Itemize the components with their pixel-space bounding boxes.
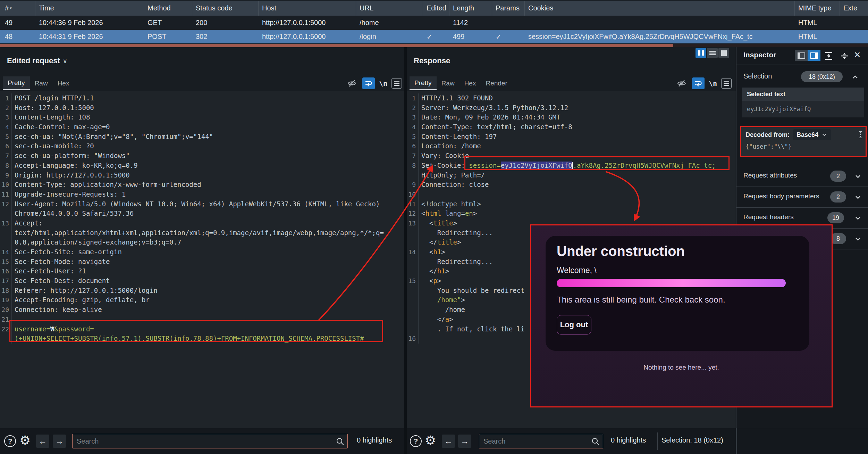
code-line: HttpOnly; Path=/	[407, 171, 736, 180]
code-line: 10	[407, 190, 736, 199]
table-horizontal-scrollbar	[0, 44, 868, 47]
decoded-value[interactable]: {"user":"\\"}	[745, 143, 792, 150]
close-inspector-icon[interactable]: ✕	[854, 50, 861, 60]
word-wrap-icon[interactable]	[692, 77, 705, 89]
request-tab-hex[interactable]: Hex	[53, 76, 74, 90]
response-tab-hex[interactable]: Hex	[460, 76, 481, 90]
request-tab-pretty[interactable]: Pretty	[3, 76, 30, 90]
help-icon[interactable]: ?	[4, 435, 16, 447]
column-header-status-code[interactable]: Status code	[192, 1, 259, 16]
column-header-exte[interactable]: Exte	[840, 1, 868, 16]
chevron-down-icon[interactable]	[854, 235, 862, 243]
chevron-down-icon[interactable]	[854, 193, 862, 201]
section-label: Request body parameters	[743, 192, 819, 200]
code-line: 1POST /login HTTP/1.1	[0, 93, 404, 103]
search-input[interactable]	[483, 434, 589, 448]
cell-length: 499	[449, 30, 492, 43]
selection-section-header[interactable]: Selection 18 (0x12)	[736, 67, 868, 86]
column-header--[interactable]: #▾	[0, 1, 35, 16]
cell-method: GET	[144, 16, 192, 30]
column-header-params[interactable]: Params	[492, 1, 525, 16]
column-header-length[interactable]: Length	[449, 1, 492, 16]
decoded-from-section: Decoded from: Base64 {"user":"\\"}	[740, 126, 867, 157]
help-icon[interactable]: ?	[410, 435, 422, 447]
chevron-up-icon[interactable]	[851, 73, 859, 81]
decoded-from-label: Decoded from:	[745, 131, 790, 139]
section-label: Request attributes	[743, 172, 797, 179]
logout-button[interactable]: Log out	[557, 315, 591, 335]
expand-all-icon[interactable]	[824, 51, 833, 62]
request-search-bar: ? ⚙ ← → 0 highlights	[0, 428, 404, 454]
word-wrap-icon[interactable]	[362, 77, 375, 89]
column-header-method[interactable]: Method	[144, 1, 192, 16]
chevron-down-icon[interactable]	[854, 214, 862, 222]
response-tab-raw[interactable]: Raw	[437, 76, 460, 90]
search-input[interactable]	[77, 434, 334, 448]
newline-icon[interactable]: \n	[379, 79, 387, 88]
request-tab-raw[interactable]: Raw	[30, 76, 53, 90]
selection-label: Selection	[743, 72, 772, 80]
selected-text-header: Selected text	[742, 88, 864, 101]
text-cursor-icon[interactable]	[858, 131, 863, 138]
request-editor[interactable]: 1POST /login HTTP/1.12Host: 127.0.0.1:50…	[0, 91, 404, 428]
next-match-button[interactable]: →	[53, 435, 66, 448]
code-line: 9Origin: http://127.0.0.1:5000	[0, 171, 404, 180]
section-count-badge: 2	[830, 171, 846, 182]
column-header-cookies[interactable]: Cookies	[525, 1, 795, 16]
next-match-button[interactable]: →	[458, 435, 471, 448]
request-title-dropdown[interactable]: Edited request∨	[7, 56, 67, 65]
code-line: 19Accept-Encoding: gzip, deflate, br	[0, 295, 404, 305]
prev-match-button[interactable]: ←	[36, 435, 49, 448]
h-scrollbar-thumb[interactable]	[0, 44, 673, 47]
hide-matches-icon[interactable]	[675, 77, 688, 89]
column-header-time[interactable]: Time	[35, 1, 144, 16]
selected-text-value[interactable]: eyJ1c2VyIjoiXFwifQ	[742, 101, 864, 117]
cell-status: 200	[192, 16, 259, 30]
gear-icon[interactable]: ⚙	[425, 433, 436, 448]
column-header-host[interactable]: Host	[259, 1, 356, 16]
response-tab-pretty[interactable]: Pretty	[410, 76, 437, 90]
decoding-format-value: Base64	[797, 131, 818, 139]
gear-icon[interactable]: ⚙	[19, 433, 31, 448]
table-row[interactable]: 4810:44:31 9 Feb 2026POST302http://127.0…	[0, 30, 868, 43]
single-panel-layout-icon[interactable]	[718, 48, 729, 58]
cell-num: 49	[0, 16, 35, 30]
table-header-row: #▾TimeMethodStatus codeHostURLEditedLeng…	[0, 0, 868, 16]
cell-params: ✓	[492, 30, 525, 43]
newline-icon[interactable]: \n	[709, 79, 717, 88]
collapse-all-icon[interactable]	[840, 51, 849, 62]
dock-left-icon[interactable]	[795, 50, 808, 61]
section-count-badge: 19	[827, 212, 844, 223]
code-line: 7sec-ch-ua-platform: "Windows"	[0, 151, 404, 161]
request-title: Edited request	[7, 56, 60, 65]
cell-edited: ✓	[423, 30, 449, 43]
code-line: 11Upgrade-Insecure-Requests: 1	[0, 190, 404, 199]
status-bar-row: ? ⚙ ← → 0 highlights ? ⚙ ← → 0 h	[0, 428, 868, 454]
code-line: 6sec-ch-ua-mobile: ?0	[0, 141, 404, 151]
section-count-badge: 2	[830, 191, 846, 203]
panel-divider[interactable]	[404, 47, 407, 454]
decoding-format-select[interactable]: Base64	[793, 129, 831, 140]
inspector-section-request-body-parameters[interactable]: Request body parameters2	[736, 187, 868, 208]
rows-layout-icon[interactable]	[707, 48, 718, 58]
column-header-url[interactable]: URL	[356, 1, 423, 16]
table-row[interactable]: 4910:44:36 9 Feb 2026GET200http://127.0.…	[0, 16, 868, 30]
hide-matches-icon[interactable]	[346, 77, 358, 89]
cell-length: 1142	[449, 16, 492, 30]
pause-intercept-icon[interactable]	[696, 48, 706, 58]
column-header-mime-type[interactable]: MIME type	[795, 1, 840, 16]
code-line: 14Sec-Fetch-Site: same-origin	[0, 247, 404, 257]
editor-menu-icon[interactable]	[391, 78, 402, 89]
code-line: 4Content-Type: text/html; charset=utf-8	[407, 122, 736, 132]
editor-menu-icon[interactable]	[721, 78, 732, 89]
chevron-down-icon[interactable]	[854, 172, 862, 181]
dock-right-icon[interactable]	[808, 50, 820, 61]
cell-method: POST	[144, 30, 192, 43]
cell-edited	[423, 16, 449, 30]
response-tab-render[interactable]: Render	[481, 76, 512, 90]
prev-match-button[interactable]: ←	[442, 435, 455, 448]
code-line: 15Sec-Fetch-Mode: navigate	[0, 257, 404, 267]
column-header-edited[interactable]: Edited	[423, 1, 449, 16]
search-icon	[591, 437, 600, 447]
inspector-section-request-attributes[interactable]: Request attributes2	[736, 166, 868, 187]
